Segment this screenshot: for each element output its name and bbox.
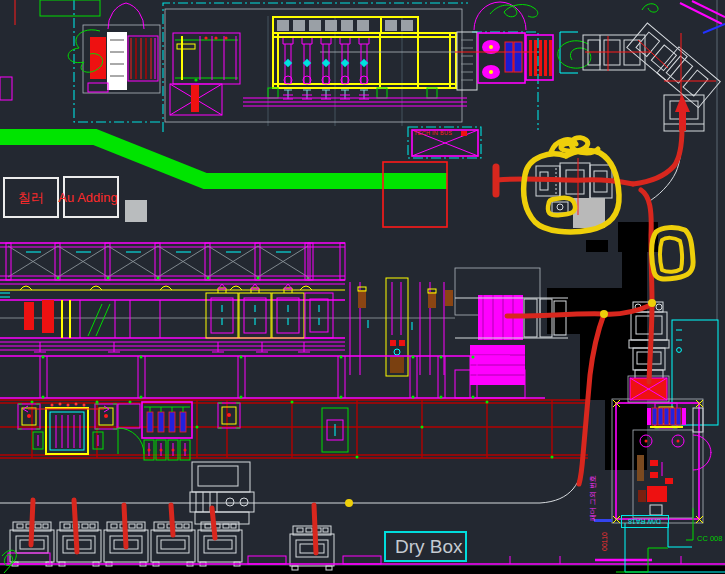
- center-production-line: [0, 243, 568, 399]
- dry-box-label-box: Dry Box: [384, 531, 467, 562]
- white-fill-panel: [107, 32, 127, 90]
- machine-complex: [190, 462, 254, 524]
- conveyor-module-c: [657, 47, 720, 108]
- station-box: [142, 402, 192, 460]
- blue-diagonal: [703, 24, 725, 33]
- pipe-drops: [0, 342, 345, 352]
- red-code-label: 00110: [601, 532, 608, 551]
- upper-piping: [0, 284, 345, 290]
- utility-band: [0, 400, 677, 460]
- chiller-label-box: 칠러: [3, 177, 59, 218]
- cad-drawing: [0, 0, 725, 574]
- route-curve: [648, 130, 683, 202]
- chiller-label: 칠러: [18, 189, 44, 207]
- pink-note-label: 패더 그외 번호: [588, 475, 598, 521]
- gray-pad: [125, 200, 147, 222]
- machine-body: [0, 278, 455, 376]
- door-arc: [693, 435, 711, 453]
- dw-room-label-box: D/W RA18: [621, 515, 669, 528]
- magenta-diagonal: [692, 1, 725, 17]
- left-sub-machine: [173, 33, 240, 84]
- au-adding-label: Au Adding: [58, 190, 117, 205]
- yellow-node: [345, 499, 353, 507]
- top-production-line: [165, 2, 553, 156]
- door-swing: [118, 404, 144, 454]
- door-arc: [693, 452, 711, 470]
- green-cabinet: [322, 408, 348, 452]
- hatch-panel: [128, 36, 158, 81]
- door-arc: [474, 2, 500, 30]
- red-tick-marks: [31, 500, 316, 553]
- blue-panels: [647, 408, 686, 427]
- dry-box-label: Dry Box: [395, 536, 463, 558]
- red-up-arrow: [675, 94, 690, 131]
- au-adding-label-box: Au Adding: [63, 176, 119, 218]
- top-left-equipment: [0, 0, 240, 115]
- yellow-node: [600, 310, 608, 318]
- red-unit: [647, 486, 667, 502]
- yellow-machine-body: [268, 33, 457, 99]
- centerlines: [585, 33, 716, 131]
- tech-note-label: TECH IN BUS: [414, 130, 472, 136]
- green-conveyor-band: [0, 137, 447, 181]
- cc-code-label: CC 008: [697, 534, 722, 543]
- yellow-node: [648, 299, 656, 307]
- pipe-lines: [243, 98, 467, 106]
- dw-room-label: D/W RA18: [628, 518, 661, 525]
- cad-viewport[interactable]: 칠러 Au Adding Dry Box TECH IN BUS D/W RA1…: [0, 0, 725, 574]
- truss-band: [0, 243, 345, 280]
- red-fill-panel: [90, 37, 106, 79]
- marked-machine: [536, 158, 612, 228]
- tall-yellow-chamber: [386, 278, 408, 376]
- red-zone-rect: [383, 162, 447, 227]
- x-braced-box: [170, 84, 222, 115]
- window-band: [273, 17, 418, 33]
- transfer-path-line: [0, 476, 580, 503]
